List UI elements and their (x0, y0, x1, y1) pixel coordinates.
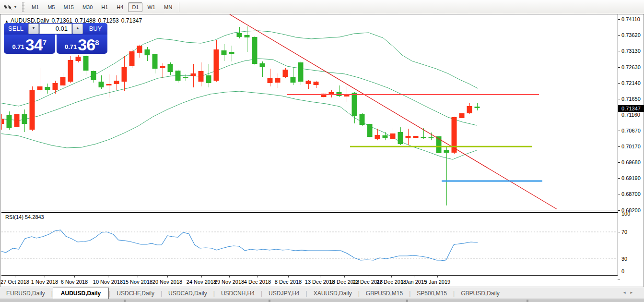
date-axis[interactable]: 27 Oct 20181 Nov 20186 Nov 201810 Nov 20… (1, 276, 618, 287)
timeframe-button-M1[interactable]: M1 (28, 2, 43, 12)
tab-usdjpy-h4[interactable]: USDJPY,H4 (262, 288, 305, 299)
tab-gbpusd-daily[interactable]: GBPUSD,Daily (455, 288, 506, 299)
candle-body (252, 37, 258, 64)
price-axis-tick (618, 51, 620, 51)
rsi-line (1, 230, 478, 261)
tab-usdchf-daily[interactable]: USDCHF,Daily (110, 288, 161, 299)
date-axis-tick (45, 276, 45, 278)
candle-body (398, 132, 403, 144)
candle-body (467, 106, 472, 113)
tab-scroll-arrows[interactable]: ◂▸ (623, 290, 637, 295)
sell-price-quote[interactable]: 0.71347 (4, 35, 55, 54)
candle-body (383, 135, 388, 138)
rsi-axis-tick (618, 279, 620, 279)
price-axis-tick (618, 83, 620, 84)
price-axis-tick (618, 99, 620, 99)
candle-body (145, 49, 150, 55)
volume-increase-button[interactable]: ▲ (72, 24, 83, 34)
timeframe-button-MN[interactable]: MN (160, 2, 176, 12)
date-axis-label: 6 Nov 2018 (61, 279, 88, 285)
timeframe-toolbar: ▼ M1M5M15M30H1H4D1W1MN (0, 0, 644, 14)
timeframe-button-H4[interactable]: H4 (113, 2, 127, 12)
candle-body (122, 67, 127, 82)
candle-body (106, 84, 112, 85)
volume-decrease-button[interactable]: ▼ (28, 24, 39, 34)
candle-body (7, 115, 12, 128)
date-axis-tick (258, 276, 258, 278)
rsi-axis-label: 100 (621, 211, 630, 217)
candle-body (99, 82, 104, 87)
timeframe-button-M5[interactable]: M5 (44, 2, 59, 12)
tab-eurusd-daily[interactable]: EURUSD,Daily (0, 288, 51, 299)
descending-trendline[interactable] (230, 14, 557, 209)
candle-body (114, 81, 119, 84)
candle-body (268, 78, 273, 83)
date-axis-tick (74, 276, 75, 278)
tab-xauusd-daily[interactable]: XAUUSD,Daily (307, 288, 358, 299)
date-axis-label: 24 Nov 2018 (187, 279, 216, 285)
tab-sp500-m15[interactable]: SP500,M15 (410, 288, 453, 299)
candle-body (183, 77, 188, 78)
price-axis-tick (618, 19, 620, 20)
volume-input[interactable]: 0.01 (39, 24, 72, 34)
buy-price-point: 8 (95, 35, 99, 51)
date-axis-label: 29 Nov 2018 (214, 279, 244, 285)
candle-body (137, 46, 142, 53)
date-axis-tick (108, 276, 108, 278)
price-axis-label: 0.69190 (621, 175, 641, 181)
bottom-status-strip (0, 299, 644, 302)
candle-body (413, 136, 419, 138)
date-axis-tick (201, 276, 202, 278)
candle-body (367, 124, 373, 137)
candle-body (275, 78, 281, 83)
sell-button[interactable]: SELL (4, 23, 28, 35)
buy-price-quote[interactable]: 0.71368 (57, 35, 108, 54)
price-axis-tick (618, 67, 620, 68)
tab-usdcnh-h4[interactable]: USDCNH,H4 (215, 288, 261, 299)
candle-body (176, 71, 181, 81)
tab-usdcad-daily[interactable]: USDCAD,Daily (162, 288, 213, 299)
candle-body (14, 114, 20, 127)
price-axis-tick (618, 131, 620, 131)
price-axis-label: 0.71650 (621, 96, 641, 102)
candle-body (214, 49, 219, 81)
timeframe-button-W1[interactable]: W1 (143, 2, 159, 12)
date-axis-label: 8 Dec 2018 (275, 279, 302, 285)
price-axis-label: 0.70170 (621, 144, 641, 149)
rsi-chart[interactable] (1, 212, 618, 275)
candle-body (421, 137, 426, 138)
price-axis-label: 0.74110 (621, 16, 640, 22)
candle-body (352, 93, 357, 116)
price-axis-label: 0.73620 (621, 32, 641, 38)
symbol-tab-bar: EURUSD,Daily|AUDUSD,Daily|USDCHF,Daily|U… (0, 287, 644, 299)
price-axis-label: 0.72630 (621, 64, 641, 70)
bollinger-lower-band (1, 91, 477, 159)
date-axis-tick (437, 276, 438, 278)
toolbar-grip-handle[interactable] (22, 2, 24, 12)
candle-body (60, 77, 66, 85)
timeframe-button-M15[interactable]: M15 (59, 2, 77, 12)
candle-body (452, 117, 457, 153)
price-axis-tick (618, 162, 620, 163)
tab-scroll-left-icon: ◂ (623, 290, 631, 295)
date-axis-tick (344, 276, 345, 278)
date-axis-tick (167, 276, 168, 278)
candle-body (45, 87, 50, 90)
rsi-value: 54.2843 (25, 214, 44, 220)
chart-type-icon[interactable] (3, 3, 12, 12)
timeframe-buttons: M1M5M15M30H1H4D1W1MN (27, 2, 176, 12)
candle-body (459, 113, 465, 118)
candle-body (306, 81, 311, 84)
buy-button[interactable]: BUY (83, 23, 107, 35)
timeframe-button-M30[interactable]: M30 (79, 2, 96, 12)
date-axis-tick (368, 276, 368, 278)
candle-body (298, 62, 304, 82)
chart-type-dropdown-icon[interactable]: ▼ (13, 5, 17, 9)
tab-gbpusd-m15[interactable]: GBPUSD,M15 (360, 288, 409, 299)
timeframe-button-D1[interactable]: D1 (128, 2, 142, 12)
buy-price-prefix: 0.71 (65, 42, 77, 52)
tab-audusd-daily[interactable]: AUDUSD,Daily (53, 288, 109, 300)
timeframe-button-H1[interactable]: H1 (97, 2, 112, 12)
price-axis-label: 0.69680 (621, 159, 641, 165)
rsi-axis-label: 0 (621, 268, 624, 274)
